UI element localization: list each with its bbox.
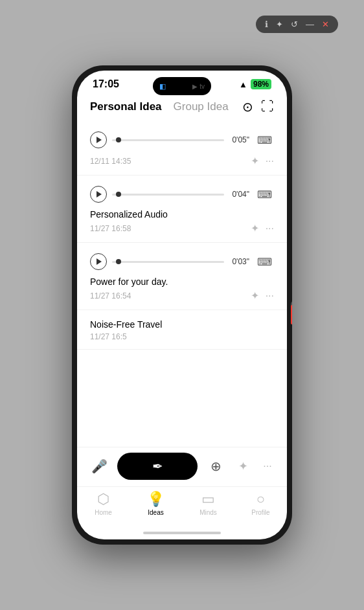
more-icon-2[interactable]: ··· <box>266 223 274 234</box>
play-triangle-2 <box>97 191 102 198</box>
card-date-4: 11/27 16:5 <box>90 332 127 341</box>
duration-1: 0'05" <box>232 135 249 144</box>
sparkle-icon-2[interactable]: ✦ <box>251 222 259 234</box>
audio-card-4: Noise-Free Travel 11/27 16:5 <box>77 310 287 350</box>
card-footer-3: 11/27 16:54 ✦ ··· <box>90 289 274 302</box>
translate-icon-2: ⌨ <box>257 188 272 201</box>
tab-header: Personal Idea Group Idea ⊙ ⛶ <box>77 94 287 119</box>
profile-nav-icon: ○ <box>256 491 265 508</box>
expand-icon[interactable]: ⛶ <box>261 99 274 115</box>
audio-card-3: 0'03" ⌨ Power for your day. 11/27 16:54 … <box>77 243 287 310</box>
bottom-input-bar: 🎤 ✒ ⊕ ✦ ··· <box>77 447 287 486</box>
card-title-2: Personalized Audio <box>90 209 274 220</box>
star-icon[interactable]: ✦ <box>276 19 283 29</box>
progress-dot-2 <box>116 192 121 197</box>
play-triangle-3 <box>97 258 102 265</box>
scroll-area[interactable]: 0'05" ⌨ 12/11 14:35 ✦ ··· <box>77 119 287 447</box>
info-icon[interactable]: ℹ <box>265 19 268 29</box>
dynamic-island-left-icon: ◧ <box>159 82 166 91</box>
card-actions-1: ✦ ··· <box>251 155 274 167</box>
mic-icon: 🎤 <box>91 458 108 474</box>
card-actions-3: ✦ ··· <box>251 289 274 302</box>
card-actions-2: ✦ ··· <box>251 222 274 234</box>
card-footer-1: 12/11 14:35 ✦ ··· <box>90 155 274 167</box>
refresh-icon[interactable]: ↺ <box>291 19 298 29</box>
mic-button[interactable]: 🎤 <box>87 455 111 478</box>
dynamic-island: ◧ ▶ tv <box>153 77 211 95</box>
audio-card-1: 0'05" ⌨ 12/11 14:35 ✦ ··· <box>77 121 287 175</box>
phone-frame: › 17:05 ◧ ▶ tv ▲ 98% Personal Idea Group… <box>72 65 292 545</box>
audio-player-row-3: 0'03" ⌨ <box>90 252 274 271</box>
home-nav-label: Home <box>95 509 112 516</box>
progress-bar-3[interactable] <box>112 261 224 263</box>
play-button-1[interactable] <box>90 131 107 148</box>
status-time: 17:05 <box>93 78 119 90</box>
dynamic-island-right-label: ▶ tv <box>192 83 205 90</box>
progress-dot-3 <box>116 259 121 264</box>
sparkle-icon-1[interactable]: ✦ <box>251 155 259 167</box>
header-icons: ⊙ ⛶ <box>242 99 274 115</box>
phone-screen: 17:05 ◧ ▶ tv ▲ 98% Personal Idea Group I… <box>77 71 287 539</box>
nav-item-ideas[interactable]: 💡 Ideas <box>137 491 176 516</box>
translate-icon-3: ⌨ <box>257 256 272 268</box>
card-date-3: 11/27 16:54 <box>90 291 131 300</box>
speaker-button[interactable]: ⊕ <box>204 455 227 478</box>
audio-card-2: 0'04" ⌨ Personalized Audio 11/27 16:58 ✦… <box>77 175 287 243</box>
translate-button-2[interactable]: ⌨ <box>255 185 274 204</box>
sparkle-icon-3[interactable]: ✦ <box>251 289 259 302</box>
status-bar: 17:05 ◧ ▶ tv ▲ 98% <box>77 71 287 94</box>
nav-item-minds[interactable]: ▭ Minds <box>189 491 228 516</box>
ellipsis-icon: ··· <box>263 460 271 472</box>
speaker-icon: ⊕ <box>210 458 222 474</box>
card-title-3: Power for your day. <box>90 277 274 287</box>
bottom-navigation: ⬡ Home 💡 Ideas ▭ Minds ○ Profile <box>77 486 287 526</box>
progress-dot-1 <box>116 137 121 142</box>
more-icon-1[interactable]: ··· <box>266 155 274 167</box>
ideas-nav-label: Ideas <box>148 509 163 516</box>
add-button[interactable]: ✦ <box>234 457 252 475</box>
home-indicator <box>77 526 287 539</box>
home-bar <box>143 532 221 534</box>
wifi-icon: ▲ <box>239 80 247 89</box>
card-date-2: 11/27 16:58 <box>90 224 131 233</box>
minimize-icon[interactable]: — <box>306 19 314 29</box>
translate-button-1[interactable]: ⌨ <box>255 130 274 150</box>
search-icon[interactable]: ⊙ <box>242 99 253 115</box>
ideas-nav-icon: 💡 <box>147 491 165 508</box>
play-button-2[interactable] <box>90 186 107 203</box>
nav-item-home[interactable]: ⬡ Home <box>84 491 123 516</box>
close-icon[interactable]: ✕ <box>322 19 329 29</box>
card-footer-2: 11/27 16:58 ✦ ··· <box>90 222 274 234</box>
play-button-3[interactable] <box>90 253 107 270</box>
duration-2: 0'04" <box>232 190 249 199</box>
battery-indicator: 98% <box>251 79 271 89</box>
tab-personal-idea[interactable]: Personal Idea <box>90 100 162 113</box>
sparkle-add-icon: ✦ <box>238 459 248 473</box>
progress-bar-1[interactable] <box>112 139 224 141</box>
profile-nav-label: Profile <box>251 509 269 516</box>
duration-3: 0'03" <box>232 257 249 266</box>
card-footer-4: 11/27 16:5 <box>90 332 274 341</box>
minds-nav-label: Minds <box>199 509 217 516</box>
more-options-button[interactable]: ··· <box>258 457 277 475</box>
minds-nav-icon: ▭ <box>201 491 215 508</box>
translate-button-3[interactable]: ⌨ <box>255 252 274 271</box>
window-bar: ℹ ✦ ↺ — ✕ <box>256 16 338 33</box>
play-triangle-1 <box>97 137 102 143</box>
tab-group-idea[interactable]: Group Idea <box>174 100 229 113</box>
translate-icon-1: ⌨ <box>257 134 272 146</box>
card-date-1: 12/11 14:35 <box>90 157 131 166</box>
home-nav-icon: ⬡ <box>97 491 109 508</box>
record-button[interactable]: ✒ <box>117 453 198 480</box>
status-icons: ▲ 98% <box>239 79 271 89</box>
nav-item-profile[interactable]: ○ Profile <box>242 491 280 516</box>
side-indicator <box>291 305 292 324</box>
card-title-4: Noise-Free Travel <box>90 319 274 330</box>
progress-bar-2[interactable] <box>112 194 224 196</box>
more-icon-3[interactable]: ··· <box>266 290 274 302</box>
audio-player-row-2: 0'04" ⌨ <box>90 185 274 204</box>
audio-player-row-1: 0'05" ⌨ <box>90 130 274 150</box>
record-icon: ✒ <box>152 458 163 474</box>
